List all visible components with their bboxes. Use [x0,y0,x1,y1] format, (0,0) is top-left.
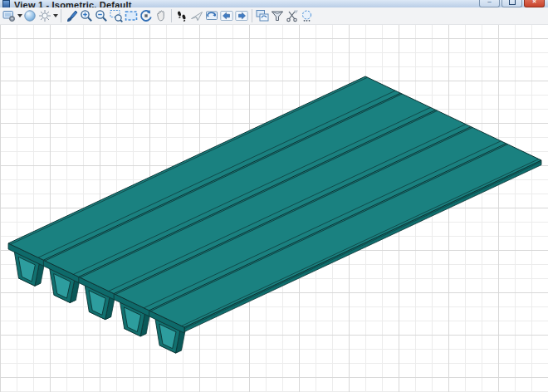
deck-slab-model[interactable] [0,0,548,392]
